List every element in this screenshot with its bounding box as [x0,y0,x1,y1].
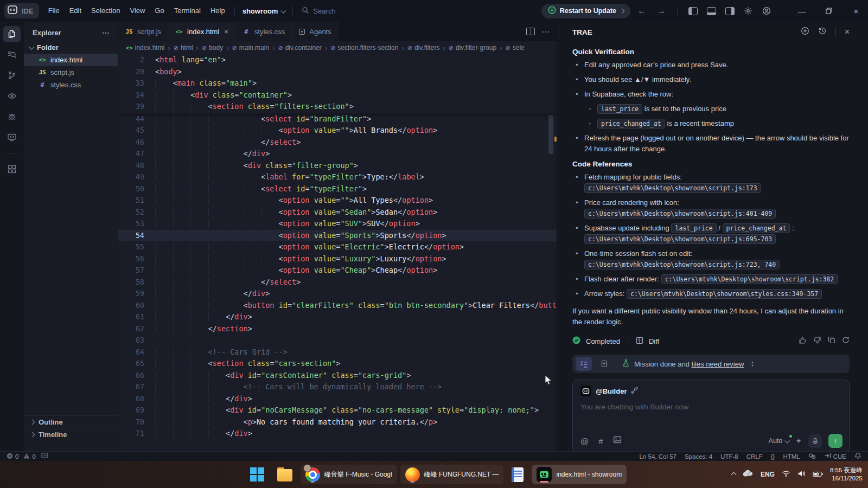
file-explorer-button[interactable] [272,465,297,484]
regenerate-icon[interactable] [842,336,850,346]
chat-input-card[interactable]: @Builder You are chatting with Builder n… [572,380,850,453]
activity-git-icon[interactable] [3,67,21,84]
close-panel-icon[interactable]: × [845,27,850,37]
code-line[interactable]: 51 <option value="">All Types</option> [118,195,557,207]
activity-eye-icon[interactable] [3,88,21,104]
todo-list-button[interactable] [576,357,592,371]
code-line[interactable]: 58 </select> [118,277,557,288]
code-line[interactable]: 33 <main class="main"> [118,78,557,89]
settings-gear-icon[interactable] [741,4,756,18]
expand-collapse-icon[interactable]: ▴▾ [751,361,754,367]
breadcrumb-item[interactable]: ⊘div.filter-group [449,44,496,52]
code-reference-chip[interactable]: c:\Users\mtvhk\Desktop\showroom\script.j… [661,274,838,284]
code-reference-chip[interactable]: last_price [671,223,716,233]
context-hash-icon[interactable]: # [598,436,603,446]
diff-button[interactable]: Diff [649,337,659,345]
input-language[interactable]: ENG [761,471,775,478]
image-attach-icon[interactable] [613,435,622,446]
wifi-icon[interactable] [782,470,790,479]
activity-search-icon[interactable] [3,47,21,63]
trae-window-button[interactable]: index.html - showroom [532,465,627,484]
statusbar-indentation[interactable]: Spaces: 4 [685,453,712,460]
code-line[interactable]: 46 </select> [118,137,557,149]
sparkle-icon[interactable]: ✦ [795,436,802,445]
onedrive-cloud-icon[interactable] [743,470,754,479]
file-item-styles.css[interactable]: #styles.css [24,79,118,91]
battery-icon[interactable] [813,470,823,479]
activity-extensions-icon[interactable] [3,161,21,177]
activity-bug-icon[interactable] [3,108,21,125]
code-line[interactable]: 55 <option value="Electric">Electric</op… [118,241,557,253]
bell-icon[interactable] [854,452,861,460]
statusbar-cursor-position[interactable]: Ln 54, Col 57 [640,453,676,460]
breadcrumb-item[interactable]: ⊘html [174,44,193,52]
breadcrumb[interactable]: <>index.html›⊘html›⊘body›⊘main.main›⊘div… [118,41,557,54]
statusbar-encoding[interactable]: UTF-8 [720,453,738,460]
new-chat-icon[interactable] [801,27,809,37]
code-line[interactable]: 48 <div class="filter-group"> [118,160,557,172]
editor-scrollbar[interactable] [548,115,553,154]
breadcrumb-item[interactable]: ⊘div.filters [407,44,440,52]
window-restore-button[interactable] [817,0,841,22]
clock[interactable]: 8:55 夜遊峰 16/11/2025 [830,466,863,483]
breadcrumb-item[interactable]: ⊘section.filters-section [330,44,398,52]
code-line[interactable]: 54 <option value="Sports">Sports</option… [118,230,557,242]
firefox-window-button[interactable]: 峰峰 FUNGFUNG.NET — [400,465,504,484]
files-need-review-link[interactable]: files need review [692,360,744,368]
thumbs-down-icon[interactable] [813,336,821,346]
activity-files-icon[interactable] [3,26,21,42]
sidebar-section-outline[interactable]: Outline [24,415,118,428]
statusbar-eol[interactable]: CRLF [746,453,763,460]
project-selector[interactable]: showroom [239,7,289,15]
code-reference-chip[interactable]: price_changed_at [723,223,790,233]
code-line[interactable]: 67 <!-- Cars will be dynamically loaded … [118,381,557,393]
file-item-script.js[interactable]: JSscript.js [24,66,118,79]
history-icon[interactable] [818,27,827,37]
window-minimize-button[interactable]: — [790,0,814,22]
nav-forward-button[interactable]: → [653,6,669,16]
ports-icon[interactable] [41,453,48,460]
code-reference-chip[interactable]: c:\Users\mtvhk\Desktop\showroom\script.j… [584,260,780,269]
code-line[interactable]: 63 [118,335,557,346]
menu-terminal[interactable]: Terminal [169,4,206,18]
code-line[interactable]: 62 </section> [118,323,557,335]
cue-indicator[interactable]: CUE [824,453,846,460]
thumbs-up-icon[interactable] [799,336,807,346]
code-reference-chip[interactable]: price_changed_at [597,119,665,129]
code-line[interactable]: 52 <option value="Sedan">Sedan</option> [118,207,557,219]
code-reference-chip[interactable]: c:\Users\mtvhk\Desktop\showroom\script.j… [584,234,776,244]
code-line[interactable]: 59 </div> [118,288,557,300]
split-editor-icon[interactable] [526,28,535,35]
global-search[interactable]: Search [297,7,340,16]
code-line[interactable]: 53 <option value="SUV">SUV</option> [118,218,557,230]
code-line[interactable]: 39 <section class="filters-section"> [118,101,557,113]
breadcrumb-item[interactable]: ⊘sele [506,44,525,52]
copy-icon[interactable] [828,336,835,346]
explorer-more-icon[interactable]: ⋯ [102,28,110,37]
code-line[interactable]: 2<html lang="en"> [118,54,557,66]
window-close-button[interactable]: × [844,0,868,22]
statusbar-brackets[interactable]: {} [771,453,775,460]
code-line[interactable]: 68 </div> [118,393,557,405]
menu-edit[interactable]: Edit [65,4,86,18]
code-reference-chip[interactable]: c:\Users\mtvhk\Desktop\showroom\styles.c… [627,289,822,299]
code-line[interactable]: 49 <label for="typeFilter">Type:</label> [118,171,557,183]
mention-icon[interactable]: @ [580,436,589,446]
feedback-icon[interactable] [808,453,816,460]
doc-button[interactable] [596,357,612,371]
send-button[interactable]: ↑ [828,434,843,448]
code-line[interactable]: 45 <option value="">All Brands</option> [118,125,557,137]
file-item-index.html[interactable]: <>index.html [24,54,118,66]
code-reference-chip[interactable]: c:\Users\mtvhk\Desktop\showroom\script.j… [584,209,776,219]
editor-more-icon[interactable]: ⋯ [541,27,550,37]
code-line[interactable]: 70 <p>No cars found matching your criter… [118,416,557,428]
tab-index-html[interactable]: <>index.html× [168,22,235,41]
speaker-icon[interactable] [797,470,806,479]
tools-icon[interactable] [631,387,639,396]
sidebar-section-timeline[interactable]: Timeline [24,428,118,440]
statusbar-language-mode[interactable]: HTML [783,453,800,460]
code-line[interactable]: 64 <!-- Cars Grid --> [118,346,557,358]
restart-to-update-button[interactable]: Restart to Update [541,4,630,18]
menu-selection[interactable]: Selection [86,4,125,18]
activity-preview-icon[interactable] [3,129,21,145]
